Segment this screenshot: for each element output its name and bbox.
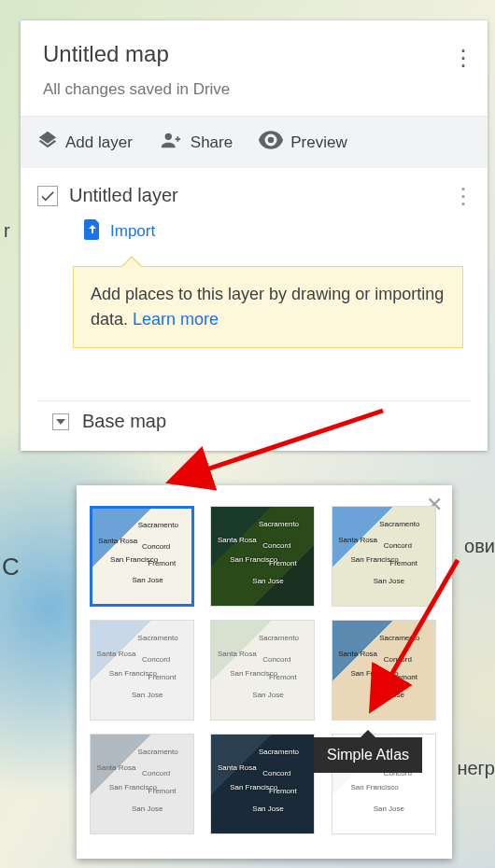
basemap-style-tile-satellite[interactable]: Sacramento Santa Rosa Concord San Franci… — [210, 506, 315, 607]
layer-visibility-checkbox[interactable] — [37, 186, 58, 206]
map-options-menu-icon[interactable] — [452, 47, 474, 69]
save-status: All changes saved in Drive — [43, 80, 465, 99]
basemap-style-tile-terrain[interactable]: Sacramento Santa Rosa Concord San Franci… — [332, 506, 436, 607]
add-layer-label: Add layer — [65, 133, 133, 152]
basemap-style-popup: ✕ Sacramento Santa Rosa Concord San Fran… — [77, 485, 452, 859]
learn-more-link[interactable]: Learn more — [133, 310, 219, 329]
share-button[interactable]: Share — [159, 130, 233, 155]
hint-callout: Add places to this layer by drawing or i… — [73, 266, 463, 348]
add-layer-button[interactable]: Add layer — [37, 130, 133, 155]
basemap-style-tile-mono-city[interactable]: Sacramento Santa Rosa Concord San Franci… — [210, 620, 315, 721]
map-editor-panel: Untitled map All changes saved in Drive … — [21, 21, 488, 451]
chevron-down-icon[interactable] — [52, 413, 69, 430]
layers-icon — [37, 130, 58, 155]
basemap-style-tile-light-landmass[interactable]: Sacramento Santa Rosa Concord San Franci… — [90, 734, 194, 834]
thumbnail-labels: Sacramento Santa Rosa Concord San Franci… — [92, 509, 191, 604]
basemap-style-tile-light-political[interactable]: Sacramento Santa Rosa Concord San Franci… — [90, 620, 194, 721]
upload-file-icon — [84, 219, 101, 244]
layer-options-menu-icon[interactable] — [452, 185, 474, 207]
preview-label: Preview — [290, 133, 346, 152]
panel-header: Untitled map All changes saved in Drive — [21, 21, 488, 116]
thumbnail-labels: Sacramento Santa Rosa Concord San Franci… — [211, 507, 314, 606]
basemap-style-tile-map[interactable]: Sacramento Santa Rosa Concord San Franci… — [90, 506, 194, 607]
thumbnail-labels: Sacramento Santa Rosa Concord San Franci… — [91, 735, 193, 833]
edge-text: ови — [464, 536, 495, 557]
svg-point-0 — [164, 133, 171, 140]
basemap-style-tile-simple-atlas[interactable]: Sacramento Santa Rosa Concord San Franci… — [332, 620, 436, 721]
tooltip-simple-atlas: Simple Atlas — [314, 737, 422, 773]
person-add-icon — [159, 130, 183, 155]
thumbnail-labels: Sacramento Santa Rosa Concord San Franci… — [211, 621, 314, 720]
basemap-label: Base map — [82, 411, 166, 432]
thumbnail-labels: Sacramento Santa Rosa Concord San Franci… — [211, 735, 314, 833]
layer-header: Untitled layer — [37, 185, 471, 206]
edge-text: r — [4, 220, 10, 242]
thumbnail-labels: Sacramento Santa Rosa Concord San Franci… — [332, 507, 435, 606]
preview-button[interactable]: Preview — [259, 131, 346, 154]
import-label: Import — [110, 222, 155, 241]
basemap-row[interactable]: Base map — [37, 400, 471, 441]
edge-text: негр — [457, 758, 495, 779]
basemap-style-grid: Sacramento Santa Rosa Concord San Franci… — [90, 506, 439, 834]
thumbnail-labels: Sacramento Santa Rosa Concord San Franci… — [332, 621, 435, 720]
tooltip-label: Simple Atlas — [327, 747, 409, 763]
edge-text: C — [2, 553, 20, 581]
import-button[interactable]: Import — [84, 219, 471, 244]
layer-name[interactable]: Untitled layer — [69, 185, 178, 206]
layer-section: Untitled layer Import Add places to this… — [21, 168, 488, 451]
share-label: Share — [191, 133, 233, 152]
eye-icon — [259, 131, 283, 154]
map-title[interactable]: Untitled map — [43, 41, 465, 67]
basemap-style-tile-dark-landmass[interactable]: Sacramento Santa Rosa Concord San Franci… — [210, 734, 315, 834]
toolbar: Add layer Share Preview — [21, 116, 488, 168]
thumbnail-labels: Sacramento Santa Rosa Concord San Franci… — [91, 621, 193, 720]
